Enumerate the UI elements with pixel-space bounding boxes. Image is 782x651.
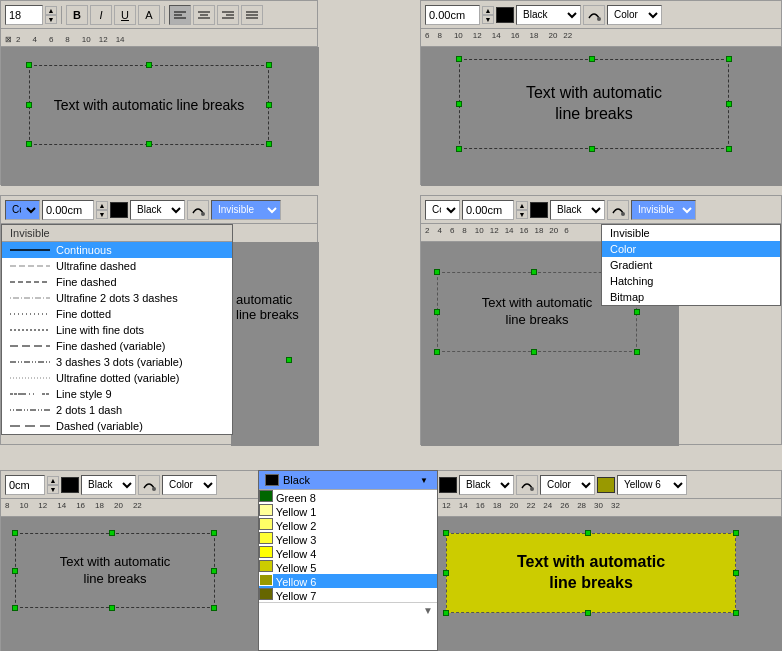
position-input-bl[interactable] (5, 475, 45, 495)
handle-mr-7[interactable] (531, 349, 537, 355)
dropdown-item-dashed-var[interactable]: Dashed (variable) (2, 418, 232, 434)
font-size-spinner[interactable]: ▲ ▼ (45, 6, 57, 24)
combo-ml[interactable]: Co (5, 200, 40, 220)
handle-tl-8[interactable] (266, 141, 272, 147)
align-justify-button[interactable] (241, 5, 263, 25)
fill-item-color[interactable]: Color (602, 241, 780, 257)
dropdown-item-fine-dotted[interactable]: Fine dotted (2, 306, 232, 322)
handle-mr-6[interactable] (434, 349, 440, 355)
bold-button[interactable]: B (66, 5, 88, 25)
handle-bl-5[interactable] (211, 568, 217, 574)
handle-tr-6[interactable] (456, 146, 462, 152)
color-select-br[interactable]: Black (459, 475, 514, 495)
text-box-br[interactable]: Text with automaticline breaks (446, 533, 736, 613)
handle-br-3[interactable] (733, 530, 739, 536)
handle-tr-8[interactable] (726, 146, 732, 152)
position-spinner-mr[interactable]: ▲▼ (516, 201, 528, 219)
color-select-mr[interactable]: Black (550, 200, 605, 220)
color-item-green8[interactable]: Green 8 (259, 490, 437, 504)
handle-bl-7[interactable] (109, 605, 115, 611)
handle-tr-3[interactable] (726, 56, 732, 62)
handle-bl-6[interactable] (12, 605, 18, 611)
char-button[interactable]: A (138, 5, 160, 25)
handle-ml[interactable] (286, 357, 292, 363)
color-item-yellow2[interactable]: Yellow 2 (259, 518, 437, 532)
align-right-button[interactable] (217, 5, 239, 25)
bucket-button-tr[interactable] (583, 5, 605, 25)
position-spinner-ml[interactable]: ▲▼ (96, 201, 108, 219)
style-select-br[interactable]: Color (540, 475, 595, 495)
font-size-input[interactable]: 18 (5, 5, 43, 25)
dropdown-item-ultrafine-dotted-var[interactable]: Ultrafine dotted (variable) (2, 370, 232, 386)
handle-tr-7[interactable] (589, 146, 595, 152)
dropdown-item-3d3dots[interactable]: 3 dashes 3 dots (variable) (2, 354, 232, 370)
text-box-tr[interactable]: Text with automaticline breaks (459, 59, 729, 149)
handle-br-4[interactable] (443, 570, 449, 576)
handle-br-1[interactable] (443, 530, 449, 536)
handle-mr-2[interactable] (531, 269, 537, 275)
underline-button[interactable]: U (114, 5, 136, 25)
dropdown-item-ultrafine-dashed[interactable]: Ultrafine dashed (2, 258, 232, 274)
handle-br-8[interactable] (733, 610, 739, 616)
style-select-bl[interactable]: Color (162, 475, 217, 495)
fill-item-gradient[interactable]: Gradient (602, 257, 780, 273)
color-item-yellow6[interactable]: Yellow 6 (259, 574, 437, 588)
line-style-select-ml[interactable]: Invisible (211, 200, 281, 220)
fill-color-select-br[interactable]: Yellow 6 (617, 475, 687, 495)
text-box-tl[interactable]: Text with automatic line breaks (29, 65, 269, 145)
handle-bl-2[interactable] (109, 530, 115, 536)
italic-button[interactable]: I (90, 5, 112, 25)
handle-br-5[interactable] (733, 570, 739, 576)
handle-tl-7[interactable] (146, 141, 152, 147)
color-item-yellow5[interactable]: Yellow 5 (259, 560, 437, 574)
handle-tr-2[interactable] (589, 56, 595, 62)
color-select-tr[interactable]: Black (516, 5, 581, 25)
bucket-button-bl[interactable] (138, 475, 160, 495)
dropdown-item-2dots-1dash[interactable]: 2 dots 1 dash (2, 402, 232, 418)
handle-tl-1[interactable] (26, 62, 32, 68)
color-select-ml[interactable]: Black (130, 200, 185, 220)
text-box-bl[interactable]: Text with automaticline breaks (15, 533, 215, 608)
handle-tl-6[interactable] (26, 141, 32, 147)
handle-bl-4[interactable] (12, 568, 18, 574)
handle-tl-3[interactable] (266, 62, 272, 68)
handle-mr-8[interactable] (634, 349, 640, 355)
fill-item-hatching[interactable]: Hatching (602, 273, 780, 289)
fill-item-invisible[interactable]: Invisible (602, 225, 780, 241)
position-input-ml[interactable] (42, 200, 94, 220)
dropdown-close-btn[interactable]: ▼ (417, 473, 431, 487)
bucket-button-br[interactable] (516, 475, 538, 495)
handle-br-7[interactable] (585, 610, 591, 616)
fill-item-bitmap[interactable]: Bitmap (602, 289, 780, 305)
dropdown-item-ultrafine-2dots[interactable]: Ultrafine 2 dots 3 dashes (2, 290, 232, 306)
align-left-button[interactable] (169, 5, 191, 25)
handle-tl-4[interactable] (26, 102, 32, 108)
position-spinner-tr[interactable]: ▲▼ (482, 6, 494, 24)
handle-tl-5[interactable] (266, 102, 272, 108)
handle-tr-5[interactable] (726, 101, 732, 107)
dropdown-item-continuous[interactable]: Continuous (2, 242, 232, 258)
color-item-yellow4[interactable]: Yellow 4 (259, 546, 437, 560)
handle-tl-2[interactable] (146, 62, 152, 68)
handle-bl-3[interactable] (211, 530, 217, 536)
handle-br-2[interactable] (585, 530, 591, 536)
handle-mr-4[interactable] (434, 309, 440, 315)
color-select-bl[interactable]: Black (81, 475, 136, 495)
handle-mr-5[interactable] (634, 309, 640, 315)
fill-style-select-mr[interactable]: Invisible (631, 200, 696, 220)
position-x-input-tr[interactable] (425, 5, 480, 25)
handle-bl-8[interactable] (211, 605, 217, 611)
handle-mr-1[interactable] (434, 269, 440, 275)
dropdown-item-line-style-9[interactable]: Line style 9 (2, 386, 232, 402)
style-select-tr[interactable]: Color (607, 5, 662, 25)
position-input-mr[interactable] (462, 200, 514, 220)
handle-br-6[interactable] (443, 610, 449, 616)
dropdown-item-fine-dashed-var[interactable]: Fine dashed (variable) (2, 338, 232, 354)
color-item-yellow3[interactable]: Yellow 3 (259, 532, 437, 546)
dropdown-item-fine-dashed[interactable]: Fine dashed (2, 274, 232, 290)
color-item-yellow1[interactable]: Yellow 1 (259, 504, 437, 518)
combo-mr[interactable]: Co (425, 200, 460, 220)
bucket-button-mr[interactable] (607, 200, 629, 220)
position-spinner-bl[interactable]: ▲▼ (47, 476, 59, 494)
handle-tr-1[interactable] (456, 56, 462, 62)
